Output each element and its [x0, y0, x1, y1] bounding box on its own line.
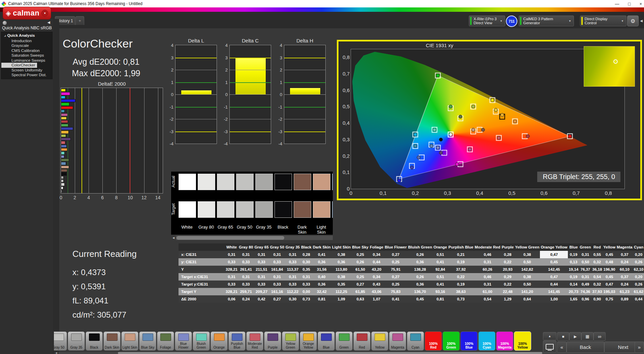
table-cell[interactable]: 0,28 — [300, 251, 312, 258]
table-cell[interactable]: 32,42 — [312, 288, 331, 295]
table-cell[interactable]: 0,45 — [603, 251, 616, 258]
table-cell[interactable]: 161,16 — [269, 288, 285, 295]
table-cell[interactable]: 0,46 — [474, 251, 501, 258]
table-cell[interactable]: 0,33 — [254, 258, 269, 266]
sidebar-item-spectral-power-dist-[interactable]: Spectral Power Dist. — [1, 72, 52, 78]
table-cell[interactable]: 0,31 — [238, 251, 254, 258]
table-cell[interactable]: 92,84 — [433, 266, 448, 273]
table-cell[interactable]: 209,27 — [254, 288, 269, 295]
table-cell[interactable]: 61,62 — [633, 288, 644, 295]
sidebar-item-grayscale[interactable]: Grayscale — [1, 43, 52, 48]
table-cell[interactable]: 0,33 — [225, 258, 238, 266]
table-cell[interactable]: 1,07 — [369, 295, 384, 303]
table-cell[interactable]: 0,50 — [579, 258, 591, 266]
table-cell[interactable]: 0,47 — [603, 281, 616, 288]
table-cell[interactable]: 0,27 — [384, 251, 407, 258]
table-cell[interactable]: 0,33 — [225, 281, 238, 288]
close-icon[interactable]: × — [639, 1, 642, 6]
table-cell[interactable]: 196,90 — [603, 266, 616, 273]
table-cell[interactable]: 0,26 — [351, 258, 369, 266]
minimize-icon[interactable]: — — [615, 1, 619, 6]
table-cell[interactable]: 0,13 — [568, 258, 579, 266]
table-cell[interactable]: 0,38 — [331, 273, 352, 281]
table-cell[interactable]: 0,06 — [225, 295, 238, 303]
sidebar-item-screen-uniformity[interactable]: Screen Uniformity — [1, 68, 52, 73]
table-cell[interactable]: 1,00 — [540, 295, 568, 303]
table-cell[interactable]: 142,45 — [540, 266, 568, 273]
table-cell[interactable]: 0,36 — [312, 281, 331, 288]
table-cell[interactable]: 0,31 — [285, 273, 300, 281]
table-cell[interactable]: 211,51 — [254, 266, 269, 273]
patch-button-red[interactable]: Red — [353, 331, 371, 351]
table-cell[interactable]: 0,22 — [501, 281, 514, 288]
table-cell[interactable]: 0,33 — [285, 258, 300, 266]
table-cell[interactable]: 161,84 — [269, 266, 285, 273]
table-cell[interactable]: 0,54 — [592, 273, 603, 281]
table-cell[interactable]: 0,42 — [254, 295, 269, 303]
table-cell[interactable]: 0,33 — [254, 281, 269, 288]
patch-button-100-blue[interactable]: 100% Blue — [460, 331, 478, 351]
patch-button-light-skin[interactable]: Light Skin — [121, 331, 138, 351]
table-cell[interactable]: 61,50 — [351, 266, 369, 273]
table-cell[interactable]: 0,33 — [238, 281, 254, 288]
table-cell[interactable]: 0,21 — [448, 251, 474, 258]
patch-button-purple[interactable]: Purple — [264, 331, 281, 351]
table-cell[interactable]: 20,73 — [568, 288, 579, 295]
table-cell[interactable]: 0,50 — [514, 258, 540, 266]
table-cell[interactable]: 136,70 — [407, 288, 433, 295]
sidebar-item-cms-calibration[interactable]: CMS Calibration — [1, 48, 52, 53]
table-cell[interactable]: 0,27 — [351, 281, 369, 288]
table-cell[interactable]: 22,48 — [501, 288, 514, 295]
table-cell[interactable]: 0,49 — [579, 281, 591, 288]
table-cell[interactable]: 0,31 — [269, 273, 285, 281]
table-cell[interactable]: 0,00 — [300, 288, 312, 295]
table-cell[interactable]: 62,10 — [633, 266, 644, 273]
table-cell[interactable]: 0,24 — [238, 295, 254, 303]
table-cell[interactable]: 0,27 — [384, 273, 407, 281]
scroll-left-icon[interactable]: ◀ — [54, 352, 59, 354]
table-cell[interactable]: 259,71 — [238, 288, 254, 295]
table-cell[interactable]: 1,09 — [331, 295, 352, 303]
patch-button-blue-sky[interactable]: Blue Sky — [139, 331, 156, 351]
table-cell[interactable]: 0,36 — [312, 258, 331, 266]
patch-button-100-green[interactable]: 100% Green — [443, 331, 460, 351]
table-cell[interactable]: 0,25 — [384, 281, 407, 288]
table-cell[interactable]: 0,37 — [616, 251, 633, 258]
pattern-window-icon[interactable]: ▦ — [581, 332, 593, 341]
table-cell[interactable]: 93,16 — [433, 288, 448, 295]
table-cell[interactable]: 0,19 — [568, 251, 579, 258]
table-cell[interactable]: 43,20 — [369, 266, 384, 273]
table-cell[interactable]: 37,92 — [448, 266, 474, 273]
table-cell[interactable]: 75,83 — [384, 288, 407, 295]
table-cell[interactable]: 0,34 — [369, 273, 384, 281]
table-cell[interactable]: 0,73 — [448, 295, 474, 303]
table-cell[interactable]: 0,31 — [269, 251, 285, 258]
sidebar-item-introduction[interactable]: Introduction — [1, 38, 52, 43]
table-cell[interactable]: 74,36 — [579, 288, 591, 295]
patch-button-orange-yellow[interactable]: Orange Yellow — [300, 331, 317, 351]
gear-icon[interactable]: ⚙ — [627, 16, 639, 26]
table-cell[interactable]: 36,18 — [592, 266, 603, 273]
table-cell[interactable]: 261,41 — [238, 266, 254, 273]
table-cell[interactable]: 0,38 — [514, 251, 540, 258]
table-cell[interactable]: 0,35 — [331, 281, 352, 288]
table-cell[interactable]: 0,31 — [300, 273, 312, 281]
table-cell[interactable]: 0,31 — [254, 273, 269, 281]
add-tab-button[interactable]: + — [75, 16, 84, 25]
table-cell[interactable]: 0,31 — [474, 258, 501, 266]
table-cell[interactable]: 0,25 — [351, 273, 369, 281]
table-cell[interactable]: 0,45 — [540, 258, 568, 266]
patch-button-100-red[interactable]: 100% Red — [425, 331, 442, 351]
table-cell[interactable]: 0,81 — [433, 295, 448, 303]
table-cell[interactable]: 0,14 — [568, 281, 579, 288]
sidebar-item-saturation-sweeps[interactable]: Saturation Sweeps — [1, 53, 52, 58]
sidebar-item-colorchecker[interactable]: ColorChecker — [1, 63, 37, 68]
scrollbar-thumb[interactable] — [118, 352, 542, 354]
patch-button-bluish-green[interactable]: Bluish Green — [193, 331, 210, 351]
table-cell[interactable]: 0,27 — [269, 295, 285, 303]
table-cell[interactable]: 0,41 — [312, 251, 331, 258]
table-cell[interactable]: 0,90 — [592, 295, 603, 303]
back-button[interactable]: Back — [567, 342, 604, 353]
table-cell[interactable]: 38,63 — [448, 288, 474, 295]
swatch-scrollbar[interactable]: ◀ — [171, 236, 333, 240]
